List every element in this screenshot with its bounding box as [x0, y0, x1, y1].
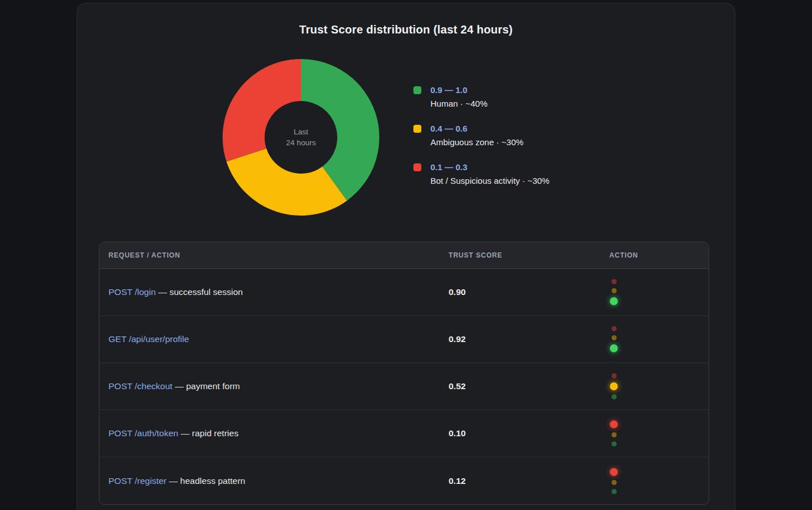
- request-description: — payment form: [175, 381, 240, 391]
- page-title: Trust Score distribution (last 24 hours): [77, 22, 735, 37]
- request-description: — rapid retries: [181, 428, 238, 438]
- legend-range: 0.1 — 0.3: [430, 161, 550, 174]
- legend-description: Ambiguous zone · ~30%: [430, 135, 524, 149]
- red-light-icon: [610, 420, 618, 428]
- column-header-score: Trust Score: [449, 251, 609, 259]
- legend-swatch-yellow-icon: [413, 125, 421, 133]
- request-link[interactable]: POST /checkout: [108, 381, 173, 391]
- trust-score-value: 0.10: [449, 428, 609, 439]
- table-row: GET /api/user/profile 0.92: [99, 316, 709, 363]
- traffic-light-indicator: [609, 279, 618, 305]
- donut-center-label: Last 24 hours: [286, 127, 316, 148]
- legend-swatch-green-icon: [413, 86, 421, 94]
- trust-score-value: 0.90: [449, 287, 609, 297]
- request-link[interactable]: POST /login: [108, 287, 156, 297]
- table-row: POST /login — successful session 0.90: [99, 269, 709, 316]
- trust-score-value: 0.92: [449, 334, 609, 344]
- yellow-light-icon: [612, 288, 617, 293]
- legend-item-bot: 0.1 — 0.3 Bot / Suspicious activity · ~3…: [413, 161, 550, 188]
- trust-score-value: 0.12: [449, 476, 609, 486]
- table-header-row: Request / Action Trust Score Action: [99, 242, 709, 269]
- request-link[interactable]: POST /auth/token: [108, 428, 178, 438]
- donut-chart: Last 24 hours: [221, 58, 380, 217]
- legend-range: 0.4 — 0.6: [430, 123, 524, 135]
- traffic-light-indicator: [609, 420, 618, 446]
- traffic-light-indicator: [609, 373, 618, 399]
- red-light-icon: [612, 326, 617, 331]
- request-cell: POST /register — headless pattern: [108, 476, 449, 486]
- red-light-icon: [612, 373, 617, 378]
- request-cell: GET /api/user/profile: [108, 334, 449, 344]
- request-link[interactable]: GET /api/user/profile: [108, 334, 189, 344]
- request-cell: POST /login — successful session: [108, 287, 449, 297]
- chart-legend: 0.9 — 1.0 Human · ~40% 0.4 — 0.6 Ambiguo…: [413, 58, 550, 219]
- yellow-light-icon: [610, 382, 618, 390]
- donut-center-line2: 24 hours: [286, 137, 316, 148]
- green-light-icon: [612, 394, 617, 399]
- legend-item-human: 0.9 — 1.0 Human · ~40%: [413, 84, 550, 111]
- request-description: — headless pattern: [169, 476, 245, 486]
- yellow-light-icon: [612, 335, 617, 340]
- traffic-light-indicator: [609, 468, 618, 494]
- request-description: — successful session: [158, 287, 243, 297]
- table-row: POST /checkout — payment form 0.52: [99, 363, 709, 410]
- legend-description: Human · ~40%: [430, 96, 487, 111]
- request-link[interactable]: POST /register: [108, 476, 166, 486]
- green-light-icon: [610, 344, 618, 352]
- traffic-light-indicator: [609, 326, 618, 352]
- legend-swatch-red-icon: [413, 163, 421, 171]
- donut-center-line1: Last: [286, 127, 316, 137]
- legend-item-ambiguous: 0.4 — 0.6 Ambiguous zone · ~30%: [413, 123, 550, 149]
- column-header-action: Action: [609, 251, 709, 259]
- table-body: POST /login — successful session 0.90 GE…: [99, 269, 709, 504]
- request-cell: POST /auth/token — rapid retries: [108, 428, 449, 439]
- trust-distribution-section: Last 24 hours 0.9 — 1.0 Human · ~40% 0.4…: [77, 58, 735, 219]
- yellow-light-icon: [612, 480, 617, 485]
- red-light-icon: [612, 279, 617, 284]
- legend-description: Bot / Suspicious activity · ~30%: [430, 174, 550, 188]
- trust-score-value: 0.52: [449, 381, 609, 391]
- red-light-icon: [610, 468, 618, 476]
- column-header-request: Request / Action: [108, 251, 449, 259]
- table-row: POST /register — headless pattern 0.12: [99, 457, 709, 504]
- green-light-icon: [612, 489, 617, 494]
- requests-table: Request / Action Trust Score Action POST…: [99, 242, 709, 505]
- table-row: POST /auth/token — rapid retries 0.10: [99, 410, 709, 457]
- green-light-icon: [610, 297, 618, 305]
- trust-score-card: Trust Score distribution (last 24 hours)…: [77, 3, 735, 510]
- legend-range: 0.9 — 1.0: [430, 84, 487, 96]
- request-cell: POST /checkout — payment form: [108, 381, 449, 391]
- yellow-light-icon: [612, 432, 617, 437]
- green-light-icon: [612, 441, 617, 446]
